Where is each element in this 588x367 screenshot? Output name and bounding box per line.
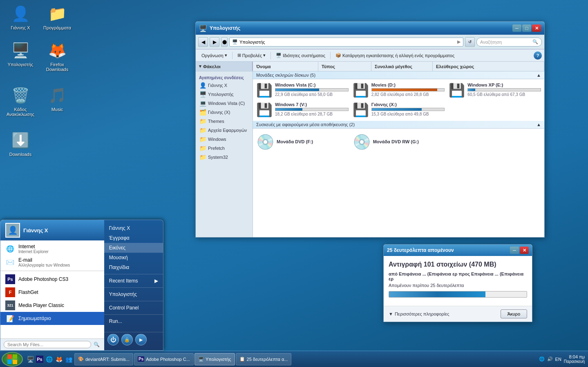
start-item-email[interactable]: ✉️ E-mail Αλληλογραφία των Windows xyxy=(0,256,104,269)
user-folder-label: Γιάννης Χ xyxy=(11,25,30,30)
taskbar-explorer-label: Υπολογιστής xyxy=(206,357,231,362)
taskbar-deviantart[interactable]: 🎨 deviantART: Submis... xyxy=(74,353,133,365)
start-right-control-panel[interactable]: Control Panel xyxy=(104,303,163,313)
explorer-maximize-button[interactable]: □ xyxy=(522,24,531,32)
address-icon: 🖥️ xyxy=(232,39,238,44)
start-right-documents-label: Έγγραφα xyxy=(109,235,130,241)
start-user-name: Γιάννης Χ xyxy=(23,227,48,234)
start-item-notepad[interactable]: 📝 Σημειωματάριο xyxy=(0,312,104,325)
dvd-g-icon: 💿 xyxy=(353,133,371,151)
dvd-g[interactable]: 💿 Μονάδα DVD RW (G:) xyxy=(351,130,447,154)
drive-c-size: 22,9 GB ελεύθερα από 58,0 GB xyxy=(275,92,349,97)
quick-ie-button[interactable]: 🌐 xyxy=(45,355,53,363)
drive-d[interactable]: 💾 Movies (D:) 2,82 GB ελεύθερα από 28,8 … xyxy=(351,81,447,100)
sidebar-item-windows[interactable]: 📁 Windows xyxy=(196,135,253,144)
start-button[interactable] xyxy=(2,352,23,367)
start-right-user[interactable]: Γιάννης Χ xyxy=(104,223,163,233)
go-button[interactable]: ↺ xyxy=(465,37,475,47)
install-button[interactable]: 📦 Κατάργηση εγκατάστασης ή αλλαγή ενός π… xyxy=(332,51,458,60)
drive-v[interactable]: 💾 Windows 7 (V:) 18,2 GB ελεύθερα από 28… xyxy=(255,100,350,119)
start-right-run-label: Run... xyxy=(109,318,122,324)
sidebar-item-giannix[interactable]: 🗂️ Γιάννης (Χ) xyxy=(196,108,253,117)
start-search-input[interactable] xyxy=(4,341,91,348)
desktop-icon-firefox[interactable]: 🦊 Firefox Downloads xyxy=(41,41,74,72)
desktop-icon-computer[interactable]: 🖥️ Υπολογιστής xyxy=(4,41,37,67)
desktop-icon-recycle[interactable]: 🗑️ Κάδος Ανακύκλωσης xyxy=(4,86,37,117)
sidebar-item-prefetch[interactable]: 📁 Prefetch xyxy=(196,144,253,153)
more-info-button[interactable]: ▼ Περισσότερες πληροφορίες xyxy=(389,311,449,316)
show-desktop-button[interactable]: 🖥️ xyxy=(26,355,34,363)
explorer-close-button[interactable]: ✕ xyxy=(532,24,541,32)
lock-button[interactable]: 🔒 xyxy=(121,334,133,345)
more-info-label: Περισσότερες πληροφορίες xyxy=(395,311,449,316)
sidebar-item-wvista[interactable]: 💻 Windows Vista (C) xyxy=(196,99,253,108)
sidebar-item-apps[interactable]: 📁 Αρχεία Εφαρμογών xyxy=(196,126,253,135)
explorer-minimize-button[interactable]: ─ xyxy=(512,24,521,32)
help-button[interactable]: ? xyxy=(534,51,542,60)
start-right-music[interactable]: Μουσική xyxy=(104,253,163,262)
copy-to-text: (Επιφάνεια ερ προς xyxy=(427,271,471,276)
drive-e-size: 60,5 GB ελεύθερα από 67,3 GB xyxy=(467,92,541,97)
taskbar-copy[interactable]: 📋 25 δευτερόλεπτα α... xyxy=(236,353,292,365)
start-right-run[interactable]: Run... xyxy=(104,316,163,326)
desktop-icon-music[interactable]: 🎵 Music xyxy=(41,86,74,112)
taskbar-photoshop[interactable]: Ps Adobe Photoshop C... xyxy=(134,353,194,365)
taskbar-tray: 🌐 🔊 EN 8:04 πμ Παρασκευή xyxy=(536,354,588,364)
sidebar-item-user[interactable]: 👤 Γιάννης Χ xyxy=(196,81,253,90)
hard-drives-section-header[interactable]: Μονάδες σκληρών δίσκων (5) ▲ xyxy=(253,71,544,79)
file-area: Μονάδες σκληρών δίσκων (5) ▲ 💾 Windows V… xyxy=(253,71,544,238)
sidebar-apps-label: Αρχεία Εφαρμογών xyxy=(208,128,247,133)
quick-firefox-button[interactable]: 🦊 xyxy=(55,355,63,363)
start-right-pictures[interactable]: Εικόνες xyxy=(104,243,163,253)
desktop-icon-programs[interactable]: 📁 Προγράμματα xyxy=(41,4,74,30)
start-item-ie[interactable]: 🌐 Internet Internet Explorer xyxy=(0,242,104,256)
forward-button[interactable]: ▶ xyxy=(210,37,219,47)
properties-button[interactable]: 🖥️ Ιδιότητες συστήματος xyxy=(273,51,329,60)
start-right-games[interactable]: Παιχνίδια xyxy=(104,262,163,272)
all-programs-row[interactable]: ▶ All Programs xyxy=(0,328,104,338)
taskbar-explorer[interactable]: 🖥️ Υπολογιστής xyxy=(195,353,235,365)
drive-c-name: Windows Vista (C:) xyxy=(275,82,349,87)
start-right-computer[interactable]: Υπολογιστής xyxy=(104,289,163,299)
address-bar[interactable]: 🖥️ Υπολογιστής ▶ xyxy=(229,38,463,47)
sleep-button[interactable]: ▶ xyxy=(135,334,147,345)
views-button[interactable]: ⊞ Προβολές ▾ xyxy=(234,51,269,60)
start-item-photoshop[interactable]: Ps Adobe Photoshop CS3 xyxy=(0,273,104,286)
quick-photoshop-button[interactable]: Ps xyxy=(36,356,43,363)
removable-section-header[interactable]: Συσκευές με αφαιρούμενα μέσα αποθήκευσης… xyxy=(253,121,544,129)
search-box[interactable]: Αναζήτηση 🔍 xyxy=(476,38,542,47)
col-size[interactable]: Συνολικό μέγεθος xyxy=(371,62,433,71)
sidebar-item-themes[interactable]: 📁 Themes xyxy=(196,117,253,126)
col-name[interactable]: Όνομα xyxy=(253,62,318,71)
power-button[interactable]: ⏻ xyxy=(107,334,119,345)
back-button[interactable]: ◀ xyxy=(198,37,208,47)
copy-close-button[interactable]: ✕ xyxy=(520,247,529,254)
start-item-flashget[interactable]: F FlashGet xyxy=(0,286,104,299)
sidebar-item-computer[interactable]: 🖥️ Υπολογιστής xyxy=(196,90,253,99)
copy-progress-bar xyxy=(389,291,527,298)
explorer-title: Υπολογιστής xyxy=(210,25,512,31)
clock[interactable]: 8:04 πμ Παρασκευή xyxy=(564,354,585,364)
desktop-icon-user-folder[interactable]: 👤 Γιάννης Χ xyxy=(4,4,37,30)
copy-minimize-button[interactable]: ─ xyxy=(510,247,519,254)
dvd-f[interactable]: 💿 Μονάδα DVD (F:) xyxy=(255,130,350,154)
col-type[interactable]: Τύπος xyxy=(318,62,371,71)
drive-x[interactable]: 💾 Γιάννης (X:) 15,3 GB ελεύθερα από 49,8… xyxy=(351,100,447,119)
col-free[interactable]: Ελεύθερος χώρος xyxy=(433,62,544,71)
start-right-recent-items[interactable]: Recent Items ▶ xyxy=(104,276,163,286)
drive-c[interactable]: 💾 Windows Vista (C:) 22,9 GB ελεύθερα απ… xyxy=(255,81,350,100)
drive-e[interactable]: 💾 Windows XP (E:) 60,5 GB ελεύθερα από 6… xyxy=(447,81,543,100)
quick-users-button[interactable]: 👥 xyxy=(65,355,73,363)
start-right-documents[interactable]: Έγγραφα xyxy=(104,233,163,243)
col-folders[interactable]: ▾ Φάκελοι xyxy=(196,62,253,71)
computer-label: Υπολογιστής xyxy=(8,62,34,67)
cancel-button[interactable]: Άκυρο xyxy=(501,309,527,318)
refresh-button[interactable]: ⬤ xyxy=(221,37,228,47)
sidebar-item-system32[interactable]: 📁 System32 xyxy=(196,153,253,162)
desktop-icon-downloads[interactable]: ⬇️ Downloads xyxy=(4,131,37,157)
organize-button[interactable]: Οργάνωση ▾ xyxy=(198,51,230,60)
start-search-button[interactable]: 🔍 xyxy=(93,340,101,349)
drive-e-info: Windows XP (E:) 60,5 GB ελεύθερα από 67,… xyxy=(467,82,541,97)
start-menu: 👤 Γιάννης Χ 🌐 Internet Internet Explorer… xyxy=(0,220,163,351)
start-item-mediaplayer[interactable]: 321 Media Player Classic xyxy=(0,299,104,312)
